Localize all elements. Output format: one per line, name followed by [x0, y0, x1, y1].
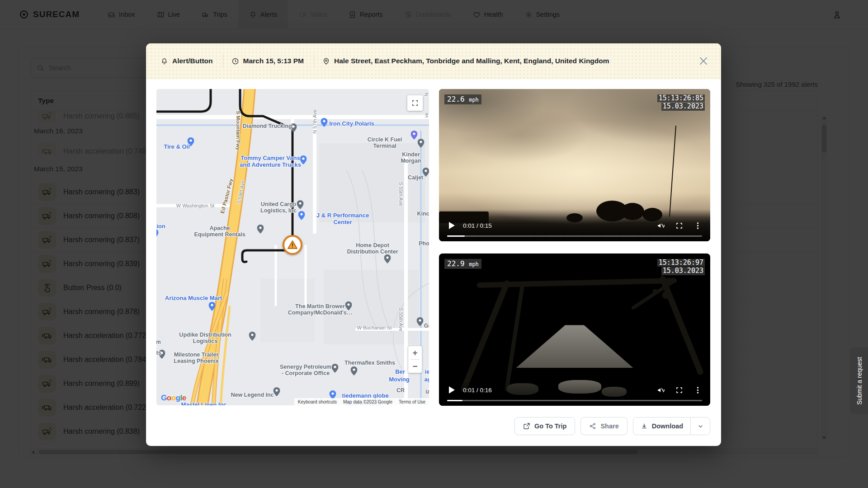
timestamp-overlay: 15:13:26:85 15.03.2023 [657, 94, 705, 111]
map-label: New Legend Inc [231, 392, 274, 398]
more-options-icon[interactable] [693, 221, 702, 230]
download-button[interactable]: Download [633, 418, 690, 435]
download-icon [641, 422, 648, 430]
chevron-down-icon [697, 423, 704, 430]
map-label: Gr [424, 323, 429, 329]
alert-type: Alert/Button [160, 54, 223, 68]
map-label: Pho [419, 240, 429, 247]
fullscreen-video-icon[interactable] [675, 221, 684, 230]
gray-map-pin-icon [418, 139, 425, 148]
blue-map-pin-icon [321, 118, 328, 127]
gray-map-pin-icon [351, 366, 358, 375]
alert-detail-modal: Alert/Button March 15, 5:13 PM Hale Stre… [146, 43, 721, 446]
fullscreen-video-icon[interactable] [675, 386, 684, 394]
map-label: Diamond Trucking [242, 123, 292, 129]
bell-icon [160, 57, 168, 65]
map-label: United Cargo Logistics, Inc [260, 201, 297, 214]
video-progress-bar[interactable] [447, 235, 702, 237]
map-label: S 55th Ave [398, 182, 404, 206]
video-time-display: 0:01 / 0:16 [463, 387, 492, 394]
map-attribution: Keyboard shortcuts Map data ©2023 Google… [294, 398, 429, 405]
external-link-icon [523, 422, 530, 430]
gray-map-pin-icon [423, 168, 429, 177]
gray-map-pin-icon [257, 225, 264, 234]
map-label: J & R Performance Center [316, 212, 369, 226]
map-label: iz [425, 389, 429, 395]
fullscreen-icon [411, 99, 419, 107]
video-progress-bar[interactable] [447, 400, 702, 401]
map-label: Apache Equipment Rentals [194, 225, 245, 238]
video-controls: 0:01 / 0:16 [439, 380, 710, 406]
submit-request-tab[interactable]: Submit a request [850, 347, 868, 414]
map-label: Senergy Petroleum - Corporate Office [280, 364, 331, 377]
keyboard-shortcuts-link[interactable]: Keyboard shortcuts [298, 399, 337, 404]
map-label: S Mountain Fwy [235, 111, 241, 150]
alert-type-label: Alert/Button [172, 57, 213, 65]
video-time-display: 0:01 / 0:15 [463, 222, 492, 229]
map-label: Kinc [417, 211, 429, 217]
zoom-out-button[interactable]: − [408, 360, 422, 373]
map-label: Mastel Linen Inc [181, 402, 226, 405]
blue-map-pin-icon [298, 211, 305, 220]
blue-map-pin-icon [209, 302, 216, 311]
fuel-map-pin-icon [411, 131, 418, 140]
map-label: ion [156, 223, 165, 230]
blue-map-pin-icon [156, 229, 159, 238]
map-zoom-control: + − [408, 346, 422, 373]
more-options-icon[interactable] [693, 386, 702, 394]
share-button[interactable]: Share [580, 417, 627, 435]
gray-map-pin-icon [249, 332, 256, 341]
map-label: Updike Distribution Logistics [179, 332, 231, 345]
map-label: ag [424, 376, 429, 383]
map-label: W Washington St [176, 203, 215, 209]
map-label: Circle K Fuel Terminal [363, 136, 407, 150]
map-label: ie [425, 369, 429, 375]
speed-overlay: 22.6 mph [444, 94, 481, 104]
alert-map[interactable]: Diamond TruckingIron City PolarisCircle … [156, 89, 429, 405]
gray-map-pin-icon [417, 317, 424, 326]
submit-request-label: Submit a request [856, 357, 863, 405]
clock-icon [231, 57, 239, 65]
gray-map-pin-icon [384, 254, 391, 263]
map-label: Moving [389, 376, 410, 383]
close-icon [698, 55, 709, 67]
play-button[interactable] [449, 222, 455, 229]
map-label: The Martin Brower Company/McDonald's… [288, 303, 353, 316]
share-icon [589, 422, 596, 430]
modal-footer: Go To Trip Share Download [514, 417, 710, 435]
video-controls: 0:01 / 0:15 [439, 216, 710, 241]
zoom-in-button[interactable]: + [408, 346, 422, 359]
map-label: Tire & Oil [164, 144, 190, 150]
map-fullscreen-button[interactable] [407, 95, 423, 111]
gray-map-pin-icon [274, 387, 280, 396]
alert-location-label: Hale Street, East Peckham, Tonbridge and… [334, 57, 609, 65]
map-label: N [424, 93, 429, 96]
video-player-rear[interactable]: 22.9 mph 15:13:26:97 15.03.2023 0:01 / 0… [439, 253, 710, 406]
alert-time: March 15, 5:13 PM [223, 54, 314, 68]
alert-time-label: March 15, 5:13 PM [243, 57, 304, 65]
map-label: Milestone Trailer Leasing Phoenix [174, 352, 218, 365]
play-button[interactable] [449, 386, 455, 394]
map-label: N 57th Ave [312, 109, 318, 134]
map-label: S 55th Ave [398, 307, 404, 331]
download-split-button: Download [633, 417, 710, 435]
video-player-front[interactable]: 22.6 mph 15:13:26:85 15.03.2023 0:01 / 0… [439, 89, 710, 241]
download-options-button[interactable] [691, 418, 710, 435]
alert-event-marker[interactable] [283, 235, 302, 255]
go-to-trip-button[interactable]: Go To Trip [514, 417, 575, 435]
map-label: W Buchanan St [357, 325, 392, 331]
map-label: CR [396, 387, 405, 394]
map-label: Thermaflex Smiths [344, 360, 395, 366]
mute-icon[interactable] [656, 386, 665, 394]
mute-icon[interactable] [656, 221, 665, 230]
location-pin-icon [322, 57, 330, 65]
google-logo: Google [161, 394, 186, 403]
terms-of-use-link[interactable]: Terms of Use [399, 399, 425, 404]
gray-map-pin-icon [297, 200, 304, 209]
map-data-text: Map data ©2023 Google [343, 399, 392, 404]
map-label: Arizona Muscle Mart [165, 295, 222, 302]
map-label: Caljet [408, 174, 423, 181]
timestamp-overlay: 15:13:26:97 15.03.2023 [657, 259, 705, 276]
map-label: Home Depot Distribution Center [347, 242, 398, 255]
close-button[interactable] [698, 55, 709, 67]
